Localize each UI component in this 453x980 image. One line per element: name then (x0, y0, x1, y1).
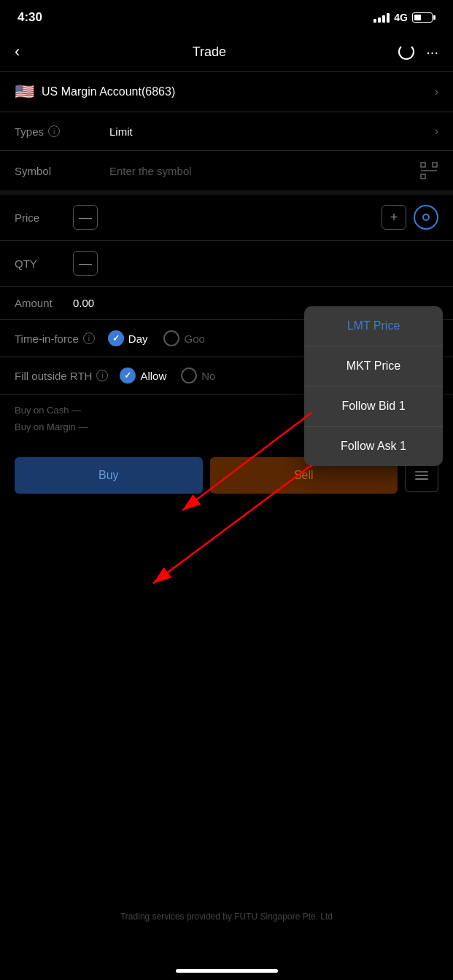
qty-label: QTY (15, 257, 73, 270)
price-increase-button[interactable]: + (382, 205, 406, 230)
price-target-icon[interactable] (414, 205, 438, 230)
header-actions: ··· (398, 44, 438, 61)
svg-rect-2 (421, 174, 425, 179)
fill-outside-label: Fill outside RTH i (15, 370, 108, 382)
status-right: 4G (373, 12, 435, 23)
signal-bars-icon (373, 12, 390, 23)
account-left: 🇺🇸 US Margin Account(6863) (15, 82, 175, 101)
types-label: Types i (15, 125, 109, 138)
dropdown-follow-bid-1[interactable]: Follow Bid 1 (304, 386, 443, 427)
symbol-input[interactable]: Enter the symbol (109, 165, 419, 177)
qty-decrease-button[interactable]: — (73, 251, 98, 276)
more-options-button[interactable]: ··· (426, 44, 438, 61)
battery-icon (412, 12, 435, 23)
refresh-icon[interactable] (398, 44, 414, 60)
buy-on-cash-stat: Buy on Cash — (15, 405, 81, 416)
fill-allow-radio-checked: ✓ (120, 368, 136, 384)
dropdown-lmt-price[interactable]: LMT Price (304, 306, 443, 346)
tif-info-icon[interactable]: i (83, 332, 95, 344)
fill-allow-label: Allow (140, 370, 166, 382)
svg-rect-1 (433, 163, 437, 167)
account-name: US Margin Account(6863) (42, 85, 175, 98)
page-title: Trade (193, 44, 226, 60)
flag-icon: 🇺🇸 (15, 82, 34, 101)
amount-value: 0.00 (73, 297, 94, 309)
tif-goo-option[interactable]: Goo (163, 330, 204, 346)
barcode-scan-icon (419, 161, 438, 180)
tif-goo-label: Goo (184, 332, 204, 345)
tif-day-option[interactable]: ✓ Day (108, 330, 148, 346)
back-button[interactable]: ‹ (15, 42, 20, 61)
tif-goo-radio (163, 330, 179, 346)
price-type-dropdown: LMT Price MKT Price Follow Bid 1 Follow … (304, 306, 443, 466)
tif-day-label: Day (128, 332, 148, 345)
svg-rect-0 (421, 163, 425, 167)
tif-day-radio-checked: ✓ (108, 330, 124, 346)
price-decrease-button[interactable]: — (73, 205, 98, 230)
fill-no-label: No (201, 370, 215, 382)
header: ‹ Trade ··· (0, 32, 453, 71)
home-indicator (176, 969, 278, 973)
fill-no-option[interactable]: No (181, 368, 215, 384)
status-bar: 4:30 4G (0, 0, 453, 32)
dropdown-follow-ask-1[interactable]: Follow Ask 1 (304, 427, 443, 466)
time-in-force-label: Time-in-force i (15, 332, 95, 345)
symbol-label: Symbol (15, 165, 109, 177)
fill-info-icon[interactable]: i (96, 370, 108, 381)
network-type: 4G (394, 12, 408, 23)
buy-button[interactable]: Buy (15, 457, 203, 494)
status-time: 4:30 (18, 10, 42, 25)
amount-label: Amount (15, 297, 73, 309)
price-label: Price (15, 211, 73, 224)
buy-on-margin-stat: Buy on Margin — (15, 421, 88, 432)
dropdown-mkt-price[interactable]: MKT Price (304, 346, 443, 386)
symbol-row[interactable]: Symbol Enter the symbol (0, 151, 453, 190)
fill-allow-option[interactable]: ✓ Allow (120, 368, 166, 384)
price-row: Price — + (0, 195, 453, 240)
order-list-icon (415, 471, 428, 480)
symbol-scan-button[interactable] (419, 161, 438, 180)
types-row[interactable]: Types i Limit › (0, 112, 453, 150)
qty-row: QTY — (0, 241, 453, 286)
account-selector[interactable]: 🇺🇸 US Margin Account(6863) › (0, 72, 453, 112)
types-value: Limit (109, 125, 435, 138)
fill-no-radio (181, 368, 197, 384)
chevron-right-icon: › (435, 85, 438, 98)
types-chevron-icon: › (435, 125, 438, 138)
types-info-icon[interactable]: i (48, 125, 60, 137)
footer-text: Trading services provided by FUTU Singap… (0, 897, 453, 936)
